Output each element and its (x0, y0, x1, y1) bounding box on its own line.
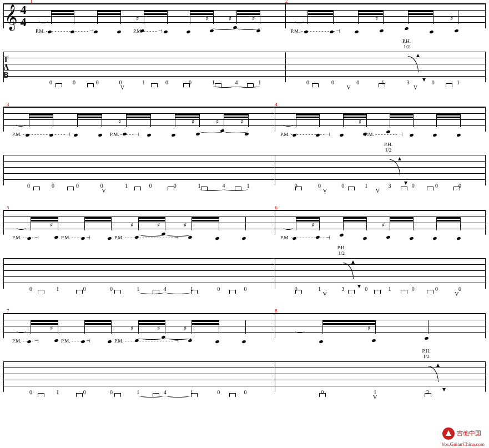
bend-curve-icon (343, 263, 354, 279)
bend-amount: 1/2 (422, 354, 431, 359)
beam (51, 11, 74, 12)
bend-amount: 1/2 (337, 250, 346, 256)
sharp-icon: ♯ (382, 222, 385, 229)
beam (322, 320, 375, 322)
notation-staff: 7‿♯♯♯♯8‿♯ (3, 313, 486, 338)
downstroke-icon (215, 83, 221, 87)
palm-mute-label: P.M. - - - - ⊣ (12, 338, 39, 344)
sharp-icon: ♯ (216, 118, 219, 125)
downstroke-icon (191, 393, 198, 397)
beam (31, 217, 57, 219)
tab-clef: TAB (3, 56, 9, 79)
picking-row (3, 83, 486, 91)
downstroke-icon (446, 83, 452, 87)
downstroke-icon (38, 290, 44, 294)
sharp-icon: ♯ (130, 325, 133, 332)
measure-number: 3 (7, 102, 9, 107)
downstroke-icon (38, 393, 44, 397)
measure-number: 6 (275, 205, 278, 210)
beam (77, 114, 102, 115)
sharp-icon: ♯ (130, 222, 133, 229)
palm-mute-label: P.M. - - - - - ⊣ (61, 235, 90, 240)
beam (138, 320, 165, 322)
sharp-icon: ♯ (367, 325, 370, 332)
downstroke-icon (401, 187, 407, 190)
downstroke-icon (229, 290, 236, 294)
sharp-icon: ♯ (184, 222, 186, 229)
tab-staff: 01001410001301000P.H.1/2 (3, 258, 486, 289)
beam (144, 11, 167, 12)
bend-arrow-down-icon (357, 285, 361, 288)
palm-mute-label: P.M. - - - - - - - - - - - - ⊣ (280, 132, 330, 137)
pm-row: P.M. - - - - ⊣P.M. - - - - - ⊣P.M. - - -… (3, 235, 486, 243)
sharp-icon: ♯ (240, 118, 243, 125)
bend-arrow-down-icon (404, 182, 407, 185)
rest-icon: ‿ (295, 12, 303, 24)
beam (190, 11, 213, 12)
palm-mute-label: P.M. - - - - - - - - ⊣ (365, 132, 403, 137)
palm-mute-label: P.M. - - - - - ⊣ (110, 132, 139, 137)
rest-icon: ‿ (39, 12, 47, 24)
downstroke-icon (201, 187, 208, 190)
beam (343, 217, 366, 219)
measure-number: 1 (30, 0, 33, 4)
downstroke-icon (33, 187, 40, 190)
sharp-icon: ♯ (191, 118, 194, 125)
pinch-harmonic-label: P.H. (422, 348, 431, 354)
beam (29, 114, 53, 115)
rest-icon: ‿ (284, 115, 292, 127)
beam (191, 320, 218, 322)
downstroke-icon (319, 393, 326, 397)
downstroke-icon (247, 83, 254, 87)
palm-mute-label: P.M. - - - - - - - - - - - - ⊣ (291, 28, 341, 34)
beam (390, 114, 413, 115)
beam (296, 217, 319, 219)
downstroke-icon (453, 187, 460, 190)
rest-icon: ‿ (284, 218, 292, 230)
upstroke-icon (414, 83, 417, 92)
downstroke-icon (114, 393, 121, 397)
downstroke-icon (427, 187, 433, 190)
notation-staff: 5‿♯♯♯♯6‿♯♯ (3, 210, 486, 235)
downstroke-icon (67, 187, 74, 190)
beam (358, 11, 383, 12)
bend-amount: 1/2 (384, 147, 392, 153)
upstroke-icon (373, 393, 377, 401)
measure-number: 7 (7, 308, 9, 314)
rest-icon: ‿ (17, 218, 25, 230)
tab-staff: TAB00001001410001301P.H.1/2 (3, 52, 486, 82)
downstroke-icon (56, 83, 62, 87)
pinch-harmonic-label: P.H. (384, 142, 392, 147)
downstroke-icon (153, 290, 159, 294)
pinch-harmonic-label: P.H. (402, 38, 411, 44)
picking-row (3, 290, 486, 298)
downstroke-icon (295, 187, 302, 190)
time-signature: 44 (19, 4, 28, 28)
bend-arrow-up-icon (398, 157, 401, 160)
beam (408, 11, 433, 12)
downstroke-icon (425, 393, 431, 397)
beam (236, 11, 260, 12)
tab-staff: 010014100013P.H.1/2 (3, 361, 486, 392)
sharp-icon: ♯ (184, 325, 186, 332)
palm-mute-label: P.M. - - - - - - - - - - - - ⊣ (280, 235, 330, 240)
beam (390, 217, 413, 219)
sharp-icon: ♯ (311, 222, 314, 229)
bend-amount: 1/2 (402, 44, 411, 49)
sharp-icon: ♯ (118, 118, 121, 125)
bend-curve-icon (408, 56, 419, 72)
sharp-icon: ♯ (50, 222, 53, 229)
beam (175, 114, 199, 115)
palm-mute-label: P.M. - - - - - - - - - - - - - - - - - ⊣ (114, 338, 179, 344)
beam (138, 217, 165, 219)
pinch-harmonic: P.H.1/2 (422, 348, 431, 359)
downstroke-icon (153, 393, 159, 397)
sharp-icon: ♯ (450, 15, 453, 22)
beam (296, 114, 319, 115)
bend-arrow-down-icon (422, 78, 426, 82)
beam (97, 11, 120, 12)
sharp-icon: ♯ (136, 15, 139, 22)
rest-icon: ‿ (17, 321, 25, 334)
downstroke-icon (229, 393, 236, 397)
upstroke-icon (323, 290, 327, 298)
